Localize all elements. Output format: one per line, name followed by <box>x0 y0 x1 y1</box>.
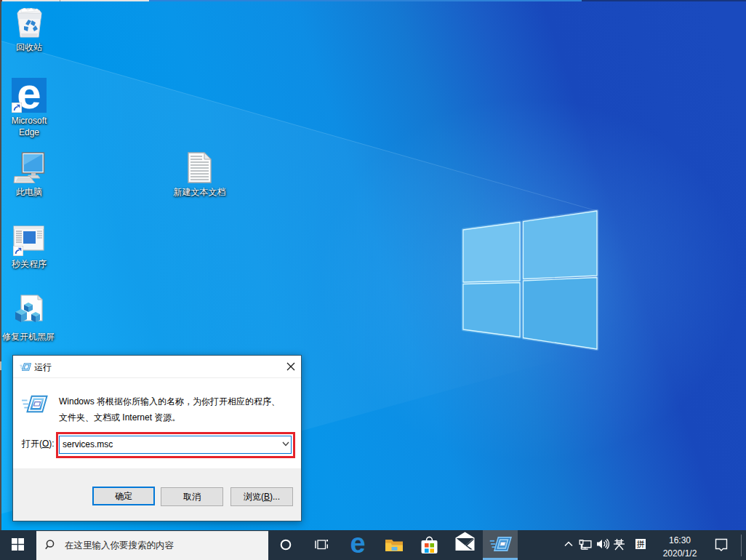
svg-text:e: e <box>350 537 365 553</box>
